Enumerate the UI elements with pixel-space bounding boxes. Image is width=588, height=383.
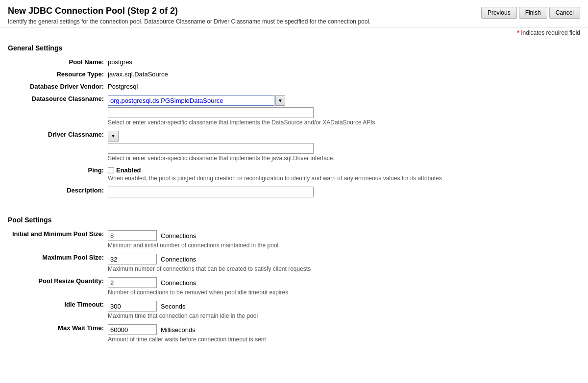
max-wait-unit: Milliseconds [161, 326, 196, 334]
ping-checkbox[interactable] [108, 167, 114, 173]
max-pool-label: Maximum Pool Size: [8, 251, 106, 275]
asterisk-icon: * [517, 29, 519, 36]
max-wait-cell: Milliseconds Amount of time caller waits… [106, 322, 580, 345]
max-wait-hint: Amount of time caller waits before conne… [108, 336, 578, 343]
ping-label: Ping: [8, 164, 106, 184]
max-wait-input-row: Milliseconds [108, 324, 578, 335]
section-divider [0, 206, 588, 206]
pool-name-value: postgres [106, 56, 580, 68]
header: New JDBC Connection Pool (Step 2 of 2) I… [0, 0, 588, 27]
driver-classname-button[interactable]: ▼ [108, 131, 119, 142]
initial-min-pool-input-row: Connections [108, 230, 578, 241]
initial-min-pool-cell: Connections Minimum and initial number o… [106, 228, 580, 251]
initial-min-pool-label: Initial and Minimum Pool Size: [8, 228, 106, 251]
initial-min-pool-input[interactable] [108, 230, 157, 241]
max-pool-hint: Maximum number of connections that can b… [108, 265, 578, 272]
pool-resize-hint: Number of connections to be removed when… [108, 289, 578, 296]
initial-min-pool-unit: Connections [161, 232, 196, 239]
idle-timeout-unit: Seconds [161, 303, 186, 310]
max-wait-row: Max Wait Time: Milliseconds Amount of ti… [8, 322, 580, 345]
max-wait-label: Max Wait Time: [8, 322, 106, 345]
page-title: New JDBC Connection Pool (Step 2 of 2) [8, 6, 370, 16]
idle-timeout-label: Idle Timeout: [8, 298, 106, 322]
max-pool-row: Maximum Pool Size: Connections Maximum n… [8, 251, 580, 275]
description-cell [106, 184, 580, 200]
datasource-classname-cell: ▼ Select or enter vendor-specific classn… [106, 93, 580, 128]
max-pool-cell: Connections Maximum number of connection… [106, 251, 580, 275]
datasource-classname-row: Datasource Classname: ▼ Select or enter … [8, 93, 580, 128]
pool-settings-title: Pool Settings [8, 216, 580, 224]
general-settings-table: Pool Name: postgres Resource Type: javax… [8, 56, 580, 200]
description-row: Description: [8, 184, 580, 200]
driver-classname-input[interactable] [108, 143, 314, 154]
max-wait-input[interactable] [108, 324, 157, 335]
pool-settings-table: Initial and Minimum Pool Size: Connectio… [8, 228, 580, 345]
pool-name-row: Pool Name: postgres [8, 56, 580, 68]
datasource-classname-input[interactable] [108, 95, 274, 106]
cancel-button[interactable]: Cancel [549, 7, 580, 19]
pool-resize-unit: Connections [161, 279, 196, 287]
datasource-classname-combo: ▼ [108, 95, 578, 106]
idle-timeout-input[interactable] [108, 301, 157, 311]
max-pool-input-row: Connections [108, 254, 578, 264]
datasource-classname-text-input[interactable] [108, 107, 314, 118]
idle-timeout-row: Idle Timeout: Seconds Maximum time that … [8, 298, 580, 322]
pool-resize-label: Pool Resize Quantity: [8, 275, 106, 298]
general-settings-title: General Settings [8, 44, 580, 52]
required-note: * Indicates required field [0, 27, 588, 38]
driver-classname-hint: Select or enter vendor-specific classnam… [108, 155, 578, 162]
max-pool-input[interactable] [108, 254, 157, 264]
db-driver-vendor-label: Database Driver Vendor: [8, 80, 106, 93]
driver-classname-combo: ▼ [108, 131, 578, 142]
datasource-classname-label: Datasource Classname: [8, 93, 106, 128]
datasource-classname-hint: Select or enter vendor-specific classnam… [108, 119, 578, 126]
header-left: New JDBC Connection Pool (Step 2 of 2) I… [8, 6, 370, 25]
description-input[interactable] [108, 187, 314, 197]
max-pool-unit: Connections [161, 256, 196, 263]
driver-classname-cell: ▼ Select or enter vendor-specific classn… [106, 128, 580, 164]
idle-timeout-cell: Seconds Maximum time that connection can… [106, 298, 580, 322]
idle-timeout-input-row: Seconds [108, 301, 578, 311]
driver-classname-row: Driver Classname: ▼ Select or enter vend… [8, 128, 580, 164]
general-settings-section: General Settings Pool Name: postgres Res… [0, 38, 588, 202]
driver-classname-label: Driver Classname: [8, 128, 106, 164]
pool-resize-input-row: Connections [108, 277, 578, 288]
ping-row: Ping: Enabled When enabled, the pool is … [8, 164, 580, 184]
initial-min-pool-hint: Minimum and initial number of connection… [108, 242, 578, 249]
pool-settings-section: Pool Settings Initial and Minimum Pool S… [0, 210, 588, 347]
ping-cell: Enabled When enabled, the pool is pinged… [106, 164, 580, 184]
db-driver-vendor-value: Postgresql [106, 80, 580, 93]
resource-type-label: Resource Type: [8, 68, 106, 80]
datasource-classname-dropdown[interactable]: ▼ [275, 95, 285, 106]
db-driver-vendor-row: Database Driver Vendor: Postgresql [8, 80, 580, 93]
pool-resize-input[interactable] [108, 277, 157, 288]
pool-resize-row: Pool Resize Quantity: Connections Number… [8, 275, 580, 298]
page-subtitle: Identify the general settings for the co… [8, 18, 370, 25]
previous-button[interactable]: Previous [481, 7, 517, 19]
pool-name-label: Pool Name: [8, 56, 106, 68]
header-buttons: Previous Finish Cancel [481, 6, 580, 19]
ping-hint: When enabled, the pool is pinged during … [108, 175, 578, 182]
description-label: Description: [8, 184, 106, 200]
finish-button[interactable]: Finish [519, 7, 547, 19]
initial-min-pool-row: Initial and Minimum Pool Size: Connectio… [8, 228, 580, 251]
idle-timeout-hint: Maximum time that connection can remain … [108, 312, 578, 319]
ping-enabled-label: Enabled [116, 167, 141, 174]
resource-type-value: javax.sql.DataSource [106, 68, 580, 80]
resource-type-row: Resource Type: javax.sql.DataSource [8, 68, 580, 80]
ping-checkbox-row: Enabled [108, 167, 578, 174]
pool-resize-cell: Connections Number of connections to be … [106, 275, 580, 298]
